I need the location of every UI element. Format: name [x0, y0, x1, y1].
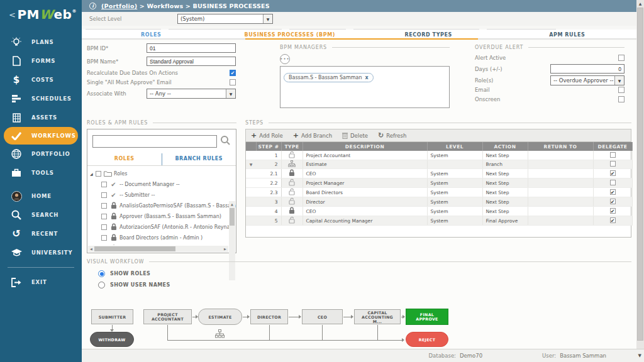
delegate-checkbox[interactable]: ✔ — [610, 199, 616, 204]
add-role-button[interactable]: +Add Role — [251, 131, 283, 140]
sidebar-item-exit[interactable]: EXIT — [0, 273, 82, 292]
sidebar-item-plans[interactable]: PLANS — [0, 33, 82, 52]
sidebar-item-search[interactable]: SEARCH — [0, 206, 82, 224]
tree-item[interactable]: AutorizacionSAF (Antonio.R - Antonio Rey… — [90, 222, 236, 233]
node-submitter[interactable]: SUBMITTER — [91, 309, 133, 324]
managers-picker-button[interactable]: ••• — [280, 54, 290, 64]
scroll-up-icon[interactable]: ▲ — [636, 0, 644, 8]
chevron-down-icon[interactable]: ▼ — [263, 14, 272, 23]
select-level-dropdown[interactable]: (System) ▼ — [177, 14, 273, 24]
tab-record-types[interactable]: RECORD TYPES — [359, 30, 498, 38]
sidebar-item-recent[interactable]: ↺RECENT — [0, 224, 82, 243]
tab-apm-rules[interactable]: APM RULES — [498, 30, 637, 38]
pmweb-logo[interactable]: <PMWeb® — [0, 0, 82, 22]
sidebar-item-forms[interactable]: FORMS — [0, 52, 82, 70]
page-scrollbar[interactable]: ▲ — [636, 0, 644, 349]
tree-root-checkbox[interactable] — [96, 171, 101, 177]
radio-icon[interactable] — [98, 270, 105, 277]
delegate-checkbox[interactable] — [610, 180, 616, 185]
node-final-approve[interactable]: FINAL APPROVE — [406, 309, 448, 325]
sidebar-item-costs[interactable]: $COSTS — [0, 70, 82, 89]
roles-panel-tab-roles[interactable]: ROLES — [87, 153, 162, 165]
col-return-to[interactable]: RETURN TO — [528, 142, 593, 151]
tree-item[interactable]: Business Group Head of Finance (admin - … — [90, 243, 236, 245]
single-email-checkbox[interactable] — [230, 79, 236, 85]
step-row-2.1[interactable]: 2.1CEOSystemNext Step✔ — [246, 169, 632, 178]
tree-item-checkbox[interactable] — [101, 182, 107, 187]
bpm-name-input[interactable] — [147, 57, 236, 66]
col-description[interactable]: DESCRIPTION — [303, 142, 427, 151]
sidebar-item-tools[interactable]: TOOLS — [0, 163, 82, 182]
radio-show-user-names[interactable]: SHOW USER NAMES — [93, 282, 170, 288]
tab-roles[interactable]: ROLES — [82, 30, 221, 38]
node-ceo[interactable]: CEO — [302, 309, 343, 324]
email-checkbox[interactable] — [618, 87, 625, 93]
delegate-checkbox[interactable]: ✔ — [610, 189, 616, 195]
col-level[interactable]: LEVEL — [427, 142, 482, 151]
chevron-down-icon[interactable]: ▼ — [226, 89, 235, 98]
roles-search-input[interactable] — [92, 135, 217, 148]
node-withdraw[interactable]: WITHDRAW — [90, 332, 134, 347]
sidebar-item-university[interactable]: UNIVERSITY — [0, 243, 82, 262]
tree-item[interactable]: ✔-- Submitter -- — [90, 190, 236, 200]
associate-dropdown[interactable]: -- Any -- ▼ — [147, 89, 236, 99]
node-director[interactable]: DIRECTOR — [250, 309, 288, 324]
delegate-checkbox[interactable]: ✔ — [610, 208, 616, 214]
footer-dropdown-icon[interactable]: ▼ — [638, 353, 641, 358]
node-project-accountant[interactable]: PROJECT ACCOUNTANT — [143, 309, 192, 324]
delete-button[interactable]: Delete — [342, 132, 368, 139]
roles-dropdown[interactable]: -- Overdue Approver -- ▼ — [550, 75, 625, 85]
step-row-4[interactable]: 4CEOSystemNext Step✔ — [246, 207, 632, 216]
bpm-id-input[interactable] — [147, 43, 236, 53]
refresh-button[interactable]: ↻Refresh — [378, 131, 406, 140]
roles-panel-tab-branch-rules[interactable]: BRANCH RULES — [162, 153, 236, 165]
radio-icon[interactable] — [98, 282, 105, 288]
node-estimate[interactable]: ESTIMATE — [198, 309, 242, 325]
sidebar-item-home[interactable]: HOME — [0, 187, 82, 206]
step-row-1[interactable]: 1Project AccountantSystemNext Step — [246, 151, 632, 160]
step-row-5[interactable]: 5Capital Accounting ManagerSystemFinal A… — [246, 216, 632, 226]
sidebar-item-workflows[interactable]: WORKFLOWS — [4, 127, 78, 145]
add-branch-button[interactable]: +Add Branch — [293, 131, 332, 140]
remove-chip-icon[interactable]: x — [365, 75, 369, 80]
sidebar-item-assets[interactable]: ASSETS — [0, 108, 82, 127]
tree-expander-icon[interactable]: ◢ — [90, 172, 96, 176]
sidebar-item-portfolio[interactable]: PORTFOLIO — [0, 145, 82, 163]
node-reject[interactable]: REJECT — [406, 332, 448, 347]
search-icon[interactable] — [220, 135, 231, 148]
step-row-2[interactable]: ▼2EstimateBranch — [246, 160, 632, 169]
tree-item[interactable]: AnalisisGastoPermisoSAF (Bassam.S - Bass… — [90, 200, 236, 211]
tree-vertical-scrollbar[interactable]: ▲ — [229, 201, 235, 280]
step-row-2.3[interactable]: 2.3Board DirectorsSystemNext Step✔ — [246, 188, 632, 197]
delegate-checkbox[interactable] — [610, 152, 616, 158]
alert-active-checkbox[interactable] — [618, 55, 625, 61]
chevron-down-icon[interactable]: ▼ — [614, 76, 624, 85]
tree-item[interactable]: Board Directors (admin - Admin ) — [90, 233, 236, 243]
col-delegate[interactable]: DELEGATE — [593, 142, 632, 151]
tree-item[interactable]: Approver (Bassam.S - Bassam Samman) — [90, 211, 236, 222]
days-input[interactable] — [550, 64, 625, 74]
step-row-3[interactable]: 3DirectorSystemNext Step✔ — [246, 197, 632, 207]
tree-item[interactable]: ✔-- Document Manager -- — [90, 179, 236, 190]
tree-item-checkbox[interactable] — [101, 203, 107, 209]
delegate-checkbox[interactable]: ✔ — [610, 170, 616, 176]
col-action[interactable]: ACTION — [482, 142, 528, 151]
row-expander-cell[interactable]: ▼ — [246, 160, 256, 169]
tree-root-roles[interactable]: ◢Roles — [90, 168, 236, 179]
tree-item-checkbox[interactable] — [101, 214, 107, 219]
col-step-[interactable]: STEP # — [256, 142, 281, 151]
tree-horizontal-scrollbar[interactable]: ◀▶ — [88, 246, 228, 252]
recalc-checkbox[interactable]: ✔ — [230, 70, 236, 76]
delegate-checkbox[interactable]: ✔ — [610, 217, 616, 223]
step-row-2.2[interactable]: 2.2Project ManagerSystemNext Step — [246, 178, 632, 188]
col-type[interactable]: TYPE — [281, 142, 303, 151]
tree-item-checkbox[interactable] — [101, 235, 107, 241]
tab-business-processes-bpm-[interactable]: BUSINESS PROCESSES (BPM) — [221, 30, 360, 38]
sidebar-item-schedules[interactable]: SCHEDULES — [0, 89, 82, 108]
collapse-sidebar-icon[interactable]: < — [9, 10, 16, 19]
manager-chip[interactable]: Bassam.S - Bassam Sammanx — [284, 73, 374, 82]
node-capital-accounting[interactable]: CAPITAL ACCOUNTING M... — [354, 309, 401, 324]
info-icon[interactable]: i — [89, 3, 96, 9]
breadcrumb-portfolio-link[interactable]: (Portfolio) — [101, 3, 137, 9]
delegate-checkbox[interactable] — [610, 161, 616, 167]
